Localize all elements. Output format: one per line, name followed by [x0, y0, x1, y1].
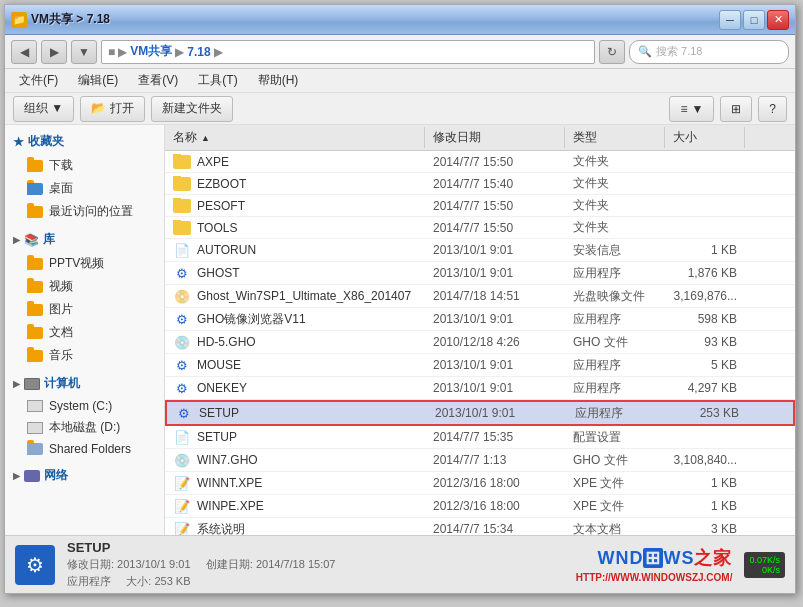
open-label: 📂 打开: [91, 100, 133, 117]
table-row[interactable]: ⚙ SETUP 2013/10/1 9:01 应用程序 253 KB: [165, 400, 795, 426]
file-type-cell: 文件夹: [565, 196, 665, 215]
file-size-cell: 1 KB: [665, 242, 745, 258]
organize-button[interactable]: 组织 ▼: [13, 96, 74, 122]
sidebar-item-pptv[interactable]: PPTV视频: [5, 252, 164, 275]
title-bar-left: 📁 VM共享 > 7.18: [11, 11, 719, 28]
sidebar-network-header[interactable]: ▶ 网络: [5, 463, 164, 488]
sidebar-item-shared-folders[interactable]: Shared Folders: [5, 439, 164, 459]
table-row[interactable]: PESOFT 2014/7/7 15:50 文件夹: [165, 195, 795, 217]
txt-icon: 📝: [173, 520, 191, 535]
table-row[interactable]: 📄 SETUP 2014/7/7 15:35 配置设置: [165, 426, 795, 449]
sidebar-item-desktop[interactable]: 桌面: [5, 177, 164, 200]
file-name: WINNT.XPE: [197, 476, 262, 490]
col-header-size[interactable]: 大小: [665, 127, 745, 148]
file-type-cell: 文本文档: [565, 520, 665, 536]
address-path[interactable]: ■ ▶ VM共享 ▶ 7.18 ▶: [101, 40, 595, 64]
table-row[interactable]: 📝 WINNT.XPE 2012/3/16 18:00 XPE 文件 1 KB: [165, 472, 795, 495]
collapse-icon: ▶: [13, 235, 20, 245]
sort-icon: ▲: [201, 133, 210, 143]
menu-view[interactable]: 查看(V): [130, 70, 186, 91]
file-name: EZBOOT: [197, 177, 246, 191]
network-label: 网络: [44, 467, 68, 484]
file-type-cell: XPE 文件: [565, 497, 665, 516]
col-date-label: 修改日期: [433, 129, 481, 146]
menu-edit[interactable]: 编辑(E): [70, 70, 126, 91]
table-row[interactable]: ⚙ GHO镜像浏览器V11 2013/10/1 9:01 应用程序 598 KB: [165, 308, 795, 331]
table-row[interactable]: ⚙ GHOST 2013/10/1 9:01 应用程序 1,876 KB: [165, 262, 795, 285]
file-size-cell: [665, 183, 745, 185]
table-row[interactable]: ⚙ MOUSE 2013/10/1 9:01 应用程序 5 KB: [165, 354, 795, 377]
collapse-icon: ▶: [13, 379, 20, 389]
sidebar-item-doc[interactable]: 文档: [5, 321, 164, 344]
maximize-button[interactable]: □: [743, 10, 765, 30]
sidebar-item-download[interactable]: 下载: [5, 154, 164, 177]
menu-help[interactable]: 帮助(H): [250, 70, 307, 91]
table-row[interactable]: 💿 WIN7.GHO 2014/7/7 1:13 GHO 文件 3,108,84…: [165, 449, 795, 472]
back-button[interactable]: ◀: [11, 40, 37, 64]
search-box[interactable]: 🔍 搜索 7.18: [629, 40, 789, 64]
forward-button[interactable]: ▶: [41, 40, 67, 64]
status-detail-2: 应用程序 大小: 253 KB: [67, 574, 564, 589]
dropdown-button[interactable]: ▼: [71, 40, 97, 64]
path-part-2[interactable]: 7.18: [187, 45, 210, 59]
folder-icon: [27, 206, 43, 218]
drive-icon: [27, 422, 43, 434]
sidebar-favorites-header[interactable]: ★ 收藏夹: [5, 129, 164, 154]
close-button[interactable]: ✕: [767, 10, 789, 30]
file-type-cell: 安装信息: [565, 241, 665, 260]
table-row[interactable]: ⚙ ONEKEY 2013/10/1 9:01 应用程序 4,297 KB: [165, 377, 795, 400]
window-icon: 📁: [11, 12, 27, 28]
folder-icon: [173, 221, 191, 235]
col-name-label: 名称: [173, 129, 197, 146]
file-date-cell: 2012/3/16 18:00: [425, 498, 565, 514]
table-row[interactable]: 💿 HD-5.GHO 2010/12/18 4:26 GHO 文件 93 KB: [165, 331, 795, 354]
table-row[interactable]: 📄 AUTORUN 2013/10/1 9:01 安装信息 1 KB: [165, 239, 795, 262]
minimize-button[interactable]: ─: [719, 10, 741, 30]
table-row[interactable]: AXPE 2014/7/7 15:50 文件夹: [165, 151, 795, 173]
view-button[interactable]: ≡ ▼: [669, 96, 714, 122]
file-size-cell: 598 KB: [665, 311, 745, 327]
table-row[interactable]: 📀 Ghost_Win7SP1_Ultimate_X86_201407 2014…: [165, 285, 795, 308]
title-bar: 📁 VM共享 > 7.18 ─ □ ✕: [5, 5, 795, 35]
sidebar-item-local-drive[interactable]: 本地磁盘 (D:): [5, 416, 164, 439]
status-file-name: SETUP: [67, 540, 564, 555]
pane-button[interactable]: ⊞: [720, 96, 752, 122]
sidebar-item-video[interactable]: 视频: [5, 275, 164, 298]
path-part-1[interactable]: VM共享: [130, 43, 172, 60]
table-row[interactable]: 📝 WINPE.XPE 2012/3/16 18:00 XPE 文件 1 KB: [165, 495, 795, 518]
col-header-type[interactable]: 类型: [565, 127, 665, 148]
sidebar-computer-header[interactable]: ▶ 计算机: [5, 371, 164, 396]
file-size-cell: 93 KB: [665, 334, 745, 350]
status-detail-1: 修改日期: 2013/10/1 9:01 创建日期: 2014/7/18 15:…: [67, 557, 564, 572]
exe-icon: ⚙: [173, 310, 191, 328]
file-date-cell: 2010/12/18 4:26: [425, 334, 565, 350]
file-size-cell: 1 KB: [665, 475, 745, 491]
pane-icon: ⊞: [731, 102, 741, 116]
sidebar-library-header[interactable]: ▶ 📚 库: [5, 227, 164, 252]
table-row[interactable]: TOOLS 2014/7/7 15:50 文件夹: [165, 217, 795, 239]
refresh-button[interactable]: ↻: [599, 40, 625, 64]
file-date-cell: 2013/10/1 9:01: [427, 405, 567, 421]
sidebar-section-favorites: ★ 收藏夹 下载 桌面 最近访问的位置: [5, 129, 164, 223]
col-header-name[interactable]: 名称 ▲: [165, 127, 425, 148]
open-button[interactable]: 📂 打开: [80, 96, 144, 122]
menu-tools[interactable]: 工具(T): [190, 70, 245, 91]
library-icon: 📚: [24, 233, 39, 247]
exe-icon: ⚙: [173, 356, 191, 374]
new-folder-label: 新建文件夹: [162, 100, 222, 117]
new-folder-button[interactable]: 新建文件夹: [151, 96, 233, 122]
help-button[interactable]: ?: [758, 96, 787, 122]
file-name: Ghost_Win7SP1_Ultimate_X86_201407: [197, 289, 411, 303]
col-header-date[interactable]: 修改日期: [425, 127, 565, 148]
file-name-cell: 📝 系统说明: [165, 519, 425, 535]
sidebar-item-music[interactable]: 音乐: [5, 344, 164, 367]
table-row[interactable]: 📝 系统说明 2014/7/7 15:34 文本文档 3 KB: [165, 518, 795, 535]
file-name-cell: ⚙ SETUP: [167, 403, 427, 423]
sidebar-item-image[interactable]: 图片: [5, 298, 164, 321]
sidebar-item-system-drive[interactable]: System (C:): [5, 396, 164, 416]
sidebar-item-recent[interactable]: 最近访问的位置: [5, 200, 164, 223]
menu-file[interactable]: 文件(F): [11, 70, 66, 91]
file-name-cell: 💿 WIN7.GHO: [165, 450, 425, 470]
file-name-cell: ⚙ MOUSE: [165, 355, 425, 375]
table-row[interactable]: EZBOOT 2014/7/7 15:40 文件夹: [165, 173, 795, 195]
